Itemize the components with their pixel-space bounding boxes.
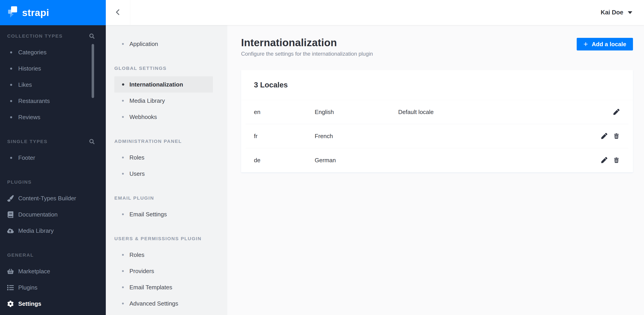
sidebar-item-footer[interactable]: Footer <box>0 150 106 166</box>
sidebar-item-label: Categories <box>18 49 46 56</box>
settings-nav-item-webhooks[interactable]: Webhooks <box>114 109 213 125</box>
sidebar-item-documentation[interactable]: Documentation <box>0 206 106 223</box>
list-icon <box>7 284 14 291</box>
sidebar-item-label: Likes <box>18 81 32 88</box>
sidebar-item-media-library[interactable]: Media Library <box>0 223 106 239</box>
chevron-down-icon <box>628 11 632 14</box>
strapi-logo-text: strapi <box>22 7 49 18</box>
table-row: enEnglishDefault locale <box>241 100 633 124</box>
bullet-icon <box>122 173 124 175</box>
settings-nav-group-header: USERS & PERMISSIONS PLUGIN <box>106 230 227 247</box>
bullet-icon <box>10 68 12 70</box>
sidebar-item-content-types-builder[interactable]: Content-Types Builder <box>0 190 106 206</box>
delete-locale-button[interactable] <box>612 133 620 140</box>
settings-nav-item-label: Webhooks <box>130 114 157 121</box>
locales-count-title: 3 Locales <box>254 81 288 89</box>
edit-locale-button[interactable] <box>600 157 608 164</box>
bullet-icon <box>10 157 12 159</box>
bullet-icon <box>122 43 124 45</box>
settings-nav-item-label: Roles <box>130 251 144 258</box>
sidebar-scrollbar[interactable] <box>92 44 94 98</box>
sidebar-section-header: SINGLE TYPES <box>0 133 106 150</box>
basket-icon <box>7 268 14 275</box>
user-menu[interactable]: Kai Doe <box>600 9 644 16</box>
add-locale-button[interactable]: + Add a locale <box>577 38 633 51</box>
settings-nav-group: ADMINISTRATION PANELRolesUsers <box>106 133 227 182</box>
user-name: Kai Doe <box>600 9 623 16</box>
row-actions <box>600 133 620 140</box>
back-button[interactable] <box>106 0 130 25</box>
edit-locale-button[interactable] <box>612 108 620 116</box>
settings-nav-item-label: Media Library <box>130 97 165 104</box>
locale-code: en <box>254 109 315 116</box>
page-header: Internationalization Configure the setti… <box>241 25 633 57</box>
main-content: Internationalization Configure the setti… <box>227 25 644 315</box>
search-icon[interactable] <box>89 34 94 39</box>
locales-card-header: 3 Locales <box>241 70 633 100</box>
page-header-titles: Internationalization Configure the setti… <box>241 37 373 57</box>
settings-nav-item-label: Application <box>130 41 158 48</box>
settings-nav-item-media-library[interactable]: Media Library <box>114 93 213 109</box>
settings-nav-group: GLOBAL SETTINGSInternationalizationMedia… <box>106 60 227 125</box>
settings-nav-item-application[interactable]: Application <box>114 36 213 52</box>
sidebar-section: SINGLE TYPESFooter <box>0 133 106 166</box>
bullet-icon <box>10 84 12 86</box>
sidebar-item-marketplace[interactable]: Marketplace <box>0 263 106 279</box>
sidebar-item-label: Documentation <box>18 211 58 218</box>
sidebar-item-label: Media Library <box>18 227 54 234</box>
locale-name: German <box>315 157 398 164</box>
content-column: Kai Doe ApplicationGLOBAL SETTINGSIntern… <box>106 0 644 315</box>
row-actions <box>612 108 620 116</box>
pencil-icon <box>614 109 620 116</box>
locale-code: fr <box>254 133 315 140</box>
paint-brush-icon <box>7 195 14 202</box>
sidebar-item-histories[interactable]: Histories <box>0 60 106 77</box>
settings-nav-group-header: EMAIL PLUGIN <box>106 190 227 206</box>
settings-nav-item-roles[interactable]: Roles <box>114 149 213 166</box>
settings-nav-item-label: Advanced Settings <box>130 300 178 307</box>
settings-nav-item-internationalization[interactable]: Internationalization <box>114 76 213 93</box>
table-row: frFrench <box>241 124 633 148</box>
strapi-logo[interactable]: strapi <box>0 0 106 25</box>
settings-nav-item-email-templates[interactable]: Email Templates <box>114 279 213 295</box>
bullet-icon <box>122 302 124 304</box>
bullet-icon <box>122 286 124 288</box>
sidebar-item-settings[interactable]: Settings <box>0 296 106 312</box>
sidebar-item-likes[interactable]: Likes <box>0 77 106 93</box>
sidebar-section-header: COLLECTION TYPES <box>0 28 106 44</box>
sidebar-item-label: Footer <box>18 154 35 161</box>
sidebar-item-label: Histories <box>18 65 41 72</box>
gear-icon <box>7 300 14 307</box>
sidebar-item-label: Content-Types Builder <box>18 195 76 202</box>
bullet-icon <box>122 100 124 102</box>
bullet-icon <box>122 213 124 215</box>
sidebar-section-header: PLUGINS <box>0 174 106 190</box>
main-sidebar-nav: COLLECTION TYPESCategoriesHistoriesLikes… <box>0 25 106 312</box>
pencil-icon <box>601 133 607 140</box>
chevron-left-icon <box>114 9 122 17</box>
sidebar-item-restaurants[interactable]: Restaurants <box>0 93 106 109</box>
search-icon[interactable] <box>89 139 94 144</box>
locale-name: French <box>315 133 398 140</box>
sidebar-section: GENERALMarketplacePluginsSettings <box>0 247 106 312</box>
settings-nav-item-users[interactable]: Users <box>114 166 213 182</box>
delete-locale-button[interactable] <box>612 157 620 164</box>
edit-locale-button[interactable] <box>600 133 608 140</box>
locale-default-badge: Default locale <box>398 109 612 116</box>
bullet-icon <box>122 270 124 272</box>
book-icon <box>7 211 14 218</box>
sidebar-item-categories[interactable]: Categories <box>0 44 106 60</box>
bullet-icon <box>10 116 12 118</box>
sidebar-section-label: COLLECTION TYPES <box>7 33 62 39</box>
settings-nav-item-advanced-settings[interactable]: Advanced Settings <box>114 295 213 311</box>
sidebar-section-label: PLUGINS <box>7 179 32 185</box>
settings-nav-item-roles[interactable]: Roles <box>114 247 213 263</box>
sidebar-item-plugins[interactable]: Plugins <box>0 279 106 296</box>
topbar: Kai Doe <box>106 0 644 25</box>
cloud-upload-icon <box>7 227 14 234</box>
sidebar-item-reviews[interactable]: Reviews <box>0 109 106 125</box>
sidebar-section-label: SINGLE TYPES <box>7 139 48 144</box>
settings-nav-item-label: Email Settings <box>130 211 167 218</box>
settings-nav-item-email-settings[interactable]: Email Settings <box>114 206 213 222</box>
settings-nav-item-providers[interactable]: Providers <box>114 263 213 279</box>
